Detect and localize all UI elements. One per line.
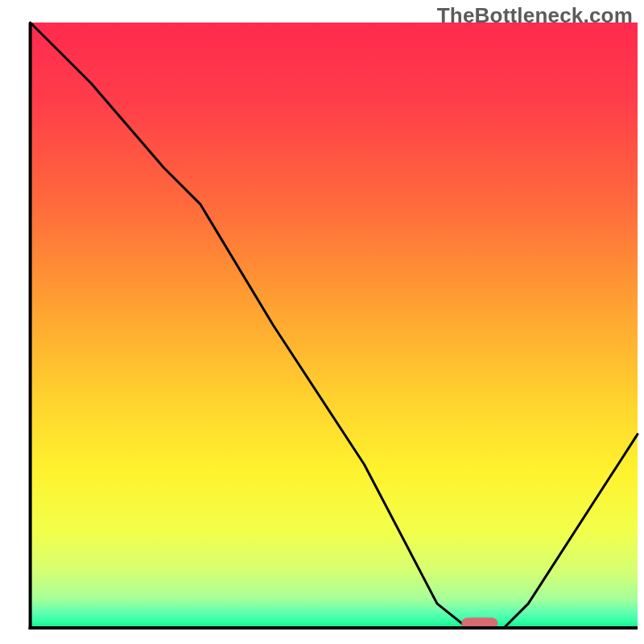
watermark-text: TheBottleneck.com	[437, 3, 633, 28]
plot-background	[31, 23, 638, 628]
chart-stage: TheBottleneck.com	[0, 0, 644, 644]
bottleneck-chart	[0, 0, 644, 644]
